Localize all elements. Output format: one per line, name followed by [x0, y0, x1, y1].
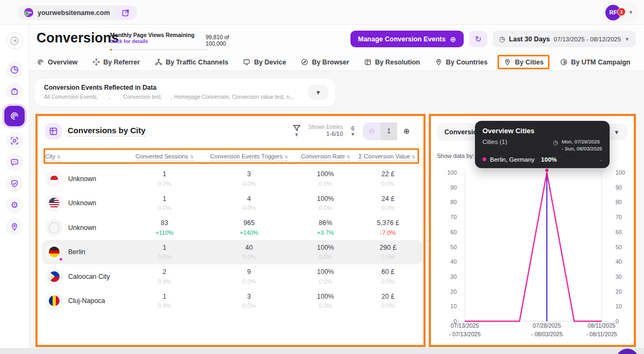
- flag-de-icon: [45, 243, 63, 261]
- website-selector[interactable]: yourwebsitename.com ▼: [18, 5, 126, 20]
- sort-icon: ⇅: [190, 155, 194, 161]
- cell: 100% 0.0%: [295, 267, 356, 286]
- sidebar: ⚙: [0, 25, 30, 348]
- sort-icon: ⇅: [284, 155, 288, 161]
- filter-button[interactable]: ▼: [292, 125, 301, 138]
- show-data-by-label: Show data by:: [437, 153, 474, 159]
- city-cell: Cluj-Napoca: [45, 292, 126, 310]
- y-axis-tick: 30: [616, 273, 632, 280]
- cell: 1 0.0%: [126, 243, 203, 262]
- page-title: Conversions: [36, 30, 119, 46]
- refresh-button[interactable]: ↻: [469, 31, 487, 47]
- chevron-down-icon: ▼: [625, 37, 630, 42]
- table-widget-icon: [45, 123, 62, 140]
- sidebar-item-privacy[interactable]: [6, 175, 23, 192]
- cell: 20 £ 0.0%: [356, 292, 420, 310]
- y-axis-tick: 20: [441, 288, 457, 295]
- user-menu[interactable]: RF 1 ▼: [603, 2, 639, 23]
- sidebar-item-settings[interactable]: ⚙: [6, 197, 23, 214]
- conversions-spiral-icon: [9, 111, 20, 121]
- y-axis-tick: 60: [441, 229, 457, 235]
- flag-red-dome-icon: [45, 170, 63, 187]
- sidebar-item-feedback[interactable]: [6, 154, 23, 171]
- city-cell: Caloocan City: [45, 268, 126, 285]
- y-axis-tick: 40: [441, 258, 457, 265]
- table-row-unknown[interactable]: Unknown 1 0.0% 4 0.0% 100% 0.0% 24 £ 0.0…: [42, 191, 423, 216]
- next-page-button[interactable]: ⊕: [397, 122, 416, 140]
- y-axis-tick: 50: [441, 244, 457, 250]
- tooltip-series-value: 100%: [541, 156, 557, 163]
- column-header-4[interactable]: Σ Conversion Value⇅: [356, 153, 418, 160]
- tab-by-resolution[interactable]: By Resolution: [364, 58, 420, 66]
- table-row-cluj-napoca[interactable]: Cluj-Napoca 1 0.0% 3 0.0% 100% 0.0% 20 £…: [42, 289, 423, 314]
- sidebar-item-conversions[interactable]: [4, 106, 25, 126]
- table-row-caloocan-city[interactable]: Caloocan City 2 0.0% 9 0.0% 100% 0.0% 60…: [42, 264, 423, 289]
- series-color-dot: [482, 157, 486, 161]
- banner-subtitle: All Conversion Events, , , Conversion te…: [44, 94, 296, 100]
- conversion-rate-chart[interactable]: 0010102020303040405050606070708080909010…: [431, 167, 634, 328]
- tab-by-cities[interactable]: By Cities: [497, 55, 550, 69]
- tab-by-device[interactable]: By Device: [243, 58, 286, 66]
- y-axis-tick: 30: [441, 273, 457, 280]
- location-pin-icon: [503, 58, 511, 66]
- city-cell: Berlin: [45, 243, 126, 261]
- funnel-icon: [292, 125, 301, 132]
- table-row-unknown[interactable]: Unknown 1 0.0% 3 0.0% 100% 0.0% 22 £ 0.0…: [42, 167, 423, 191]
- cell: 100% 0.0%: [295, 292, 356, 310]
- location-pin-icon: [10, 222, 19, 232]
- notification-badge: 1: [617, 8, 626, 16]
- manage-conversion-events-button[interactable]: Manage Conversion Events ⊕: [350, 31, 464, 47]
- sidebar-item-session-recordings[interactable]: [6, 132, 23, 149]
- sidebar-item-locations[interactable]: [6, 218, 23, 235]
- quota-progress-bar: [110, 49, 208, 50]
- y-axis-tick: 40: [616, 258, 632, 265]
- date-range-picker[interactable]: ◷ Last 30 Days 07/13/2025 - 08/12/2025 ▼: [493, 31, 636, 47]
- column-header-2[interactable]: Conversion Events Triggers⇅: [203, 153, 295, 160]
- website-name: yourwebsitename.com: [38, 9, 110, 17]
- clock-icon: ◷: [499, 35, 505, 43]
- cell: 4 0.0%: [203, 194, 295, 213]
- table-row-berlin[interactable]: Berlin 1 0.0% 40 0.0% 100% 0.0% 290 £ 0.…: [42, 240, 423, 265]
- sidebar-item-ecommerce[interactable]: [6, 83, 23, 100]
- referrer-icon: [92, 58, 100, 66]
- sidebar-collapse-button[interactable]: [6, 32, 23, 49]
- open-website-button[interactable]: [114, 5, 137, 20]
- sort-icon: ⇅: [57, 155, 61, 161]
- column-header-0[interactable]: City⇅: [45, 153, 126, 160]
- plus-circle-icon: ⊕: [450, 35, 456, 44]
- clock-icon: ◷: [553, 139, 559, 153]
- sidebar-item-analytics[interactable]: [6, 61, 23, 78]
- cell: 5,376 £ -7.0%: [356, 218, 420, 237]
- chevron-down-icon: ▼: [628, 10, 633, 15]
- cell: 3 0.0%: [203, 292, 295, 310]
- bag-icon: [10, 86, 19, 96]
- bottom-strip: [0, 348, 644, 354]
- chat-bubble-icon: [10, 157, 19, 167]
- shown-entries: Shown Entries 1-6/10: [309, 124, 343, 138]
- page-size-selector[interactable]: 6 ▼: [350, 125, 355, 137]
- tab-overview[interactable]: Overview: [36, 58, 78, 66]
- tab-by-referrer[interactable]: By Referrer: [92, 58, 140, 66]
- tab-by-traffic-channels[interactable]: By Traffic Channels: [155, 58, 229, 66]
- tab-by-countries[interactable]: By Countries: [435, 58, 488, 66]
- conversion-events-banner: Conversion Events Reflected in Data All …: [35, 79, 335, 106]
- browser-icon: [301, 58, 309, 66]
- table-row-unknown[interactable]: Unknown 83 +110% 965 +140% 86% +3.7% 5,3…: [42, 215, 423, 240]
- previous-page-button[interactable]: ⊖: [363, 122, 380, 140]
- tab-by-browser[interactable]: By Browser: [301, 58, 349, 66]
- tab-bar: OverviewBy ReferrerBy Traffic ChannelsBy…: [30, 54, 644, 71]
- column-header-1[interactable]: Converted Sessions⇅: [126, 153, 203, 160]
- column-header-3[interactable]: Conversion Rate⇅: [295, 153, 356, 160]
- banner-expand-button[interactable]: ▼: [308, 85, 328, 100]
- y-axis-tick: 80: [441, 199, 457, 205]
- city-cell: Unknown: [45, 219, 126, 236]
- x-axis-tick: 08/11/2025- 08/11/2025: [569, 321, 634, 339]
- city-cell: Unknown: [45, 194, 126, 212]
- tooltip-extra-value: -: [600, 156, 602, 163]
- cell: 100% 0.0%: [295, 194, 356, 213]
- flag-ro-icon: [45, 292, 63, 310]
- tab-by-utm-campaign[interactable]: By UTM Campaign: [560, 58, 630, 66]
- y-axis-tick: 70: [616, 214, 632, 220]
- date-range: 07/13/2025 - 08/12/2025: [554, 36, 621, 42]
- tooltip-series-name: Berlin, Germany: [490, 156, 535, 163]
